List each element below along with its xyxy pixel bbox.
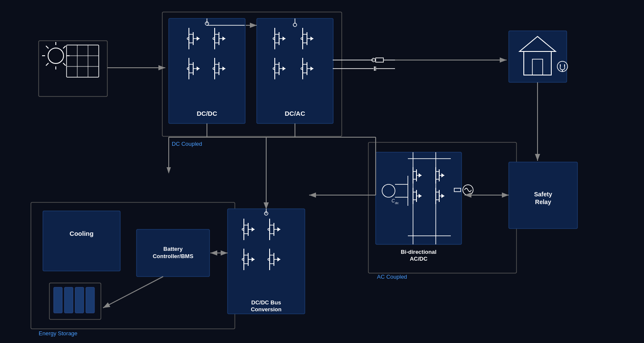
- svg-text:C: C: [392, 199, 395, 203]
- safety-relay-label-line1: Safety: [534, 191, 552, 198]
- dcac-block: [257, 18, 333, 123]
- circle-symbol: [382, 184, 395, 197]
- svg-line-13: [46, 63, 49, 66]
- mosfet-bidir-4: [436, 188, 444, 204]
- svg-point-23: [187, 38, 189, 39]
- svg-marker-69: [283, 66, 286, 71]
- svg-marker-45: [222, 66, 225, 71]
- energy-storage-container: [31, 202, 235, 329]
- safety-relay-label-line2: Relay: [535, 199, 551, 205]
- house-walls: [524, 51, 551, 75]
- bidirectional-block: [376, 152, 462, 244]
- battery-bar-3: [75, 287, 84, 313]
- solar-panel-box: [39, 41, 107, 96]
- dcdcbus-label-line2: Conversion: [251, 306, 282, 313]
- mosfet-dcac-2: [301, 28, 313, 49]
- svg-marker-62: [310, 36, 313, 41]
- energy-storage-label: Energy Storage: [39, 330, 77, 337]
- cooling-label: Cooling: [70, 230, 94, 237]
- mosfet-dcac-3: [273, 58, 286, 79]
- svg-line-11: [63, 63, 66, 66]
- arrow-down-storage: [167, 167, 171, 174]
- dcdc-block: [169, 18, 245, 123]
- battery-controller-block: [137, 229, 210, 277]
- safety-relay-block: [509, 162, 577, 229]
- svg-point-158: [264, 212, 268, 215]
- dcdc-label: DC/DC: [197, 110, 217, 117]
- mosfet-dcac-4: [301, 58, 313, 79]
- svg-point-134: [242, 229, 244, 230]
- svg-rect-82: [376, 58, 383, 62]
- svg-marker-149: [252, 257, 255, 262]
- connection-arrows: DC Coupled Energy Storage AC Coupled: [0, 0, 644, 343]
- mosfet-bidir-3: [413, 188, 422, 204]
- bidir-label-line1: Bi-directional: [401, 249, 436, 255]
- battery-controller-label-line1: Battery: [164, 246, 183, 252]
- svg-point-120: [463, 185, 473, 195]
- svg-marker-142: [277, 227, 280, 232]
- svg-point-37: [187, 68, 189, 69]
- svg-marker-113: [419, 194, 422, 198]
- mosfet-dcdc-1: [187, 28, 200, 49]
- dcdcbus-block: [228, 209, 305, 314]
- svg-line-10: [46, 46, 49, 48]
- svg-text:dc: dc: [395, 201, 398, 205]
- mosfet-dcac-1: [273, 28, 286, 49]
- cooling-block: [43, 211, 120, 271]
- mosfet-bus-3: [242, 249, 255, 270]
- mosfet-bus-2: [268, 219, 280, 240]
- house-block: [509, 31, 567, 82]
- sun-icon: [48, 48, 64, 63]
- battery-controller-label-line2: Controller/BMS: [153, 253, 194, 259]
- svg-marker-31: [222, 36, 225, 41]
- battery-visual-box: [49, 283, 101, 319]
- ac-coupled-container: [368, 142, 516, 273]
- svg-point-81: [372, 58, 375, 62]
- mosfet-dcdc-3: [187, 58, 200, 79]
- dc-coupled-label: DC Coupled: [172, 141, 202, 147]
- dc-coupled-container: [162, 12, 342, 136]
- svg-marker-156: [277, 257, 280, 262]
- svg-marker-101: [419, 173, 422, 178]
- battery-bar-1: [54, 287, 62, 313]
- svg-point-47: [205, 22, 209, 25]
- svg-point-54: [273, 38, 275, 39]
- svg-marker-24: [197, 36, 200, 41]
- house-roof: [519, 36, 556, 51]
- svg-marker-76: [310, 66, 313, 71]
- svg-marker-107: [441, 173, 444, 178]
- battery-bar-4: [86, 287, 94, 313]
- diagram-container: DC Coupled Energy Storage AC Coupled: [0, 0, 644, 343]
- mosfet-bidir-1: [413, 167, 422, 184]
- mosfet-bus-1: [242, 219, 255, 240]
- ac-coupled-label: AC Coupled: [377, 274, 407, 280]
- fuse-bidir: [454, 188, 461, 192]
- svg-marker-135: [252, 227, 255, 232]
- dcdcbus-label-line1: DC/DC Bus: [251, 299, 281, 306]
- house-door: [532, 59, 543, 75]
- dcac-label: DC/AC: [285, 110, 305, 117]
- svg-point-61: [301, 38, 303, 39]
- mosfet-bidir-2: [436, 167, 444, 184]
- mosfet-dcdc-4: [213, 58, 225, 79]
- svg-point-78: [293, 23, 297, 27]
- plug-icon: [557, 61, 568, 72]
- svg-line-12: [63, 46, 66, 48]
- svg-point-68: [273, 68, 275, 69]
- svg-point-44: [213, 68, 215, 69]
- battery-bar-2: [64, 287, 73, 313]
- svg-point-148: [242, 259, 244, 260]
- svg-marker-55: [283, 36, 286, 41]
- svg-marker-119: [441, 194, 444, 198]
- bidir-label-line2: AC/DC: [410, 256, 428, 262]
- svg-point-155: [268, 259, 270, 260]
- arrow-bms-battery: [103, 277, 163, 308]
- mosfet-bus-4: [268, 249, 280, 270]
- svg-point-141: [268, 229, 270, 230]
- solar-grid: [67, 45, 99, 77]
- mosfet-dcdc-2: [213, 28, 225, 49]
- svg-marker-38: [197, 66, 200, 71]
- svg-point-75: [301, 68, 303, 69]
- svg-point-30: [213, 38, 215, 39]
